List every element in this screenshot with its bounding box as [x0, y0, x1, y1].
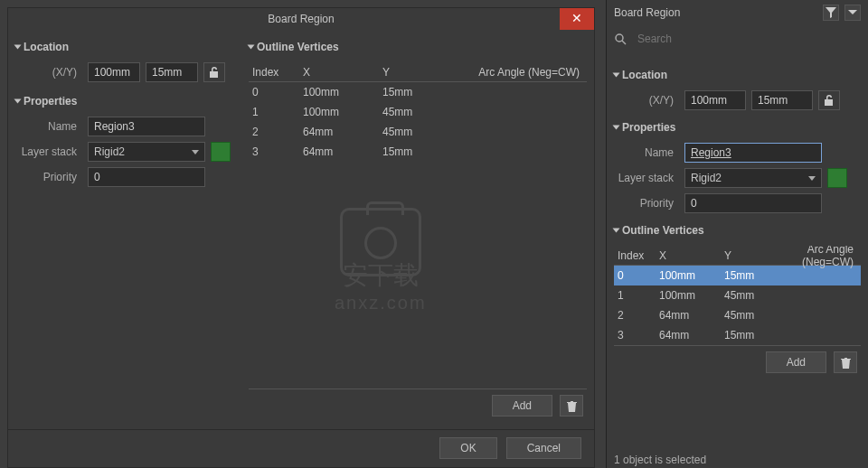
xy-label: (X/Y)	[15, 66, 82, 79]
ok-button[interactable]: OK	[439, 437, 496, 459]
panel-location-header[interactable]: Location	[614, 65, 861, 85]
close-button[interactable]: ✕	[560, 8, 594, 30]
svg-point-0	[616, 34, 623, 42]
location-y-input[interactable]	[146, 62, 198, 82]
panel-vertices-header[interactable]: Outline Vertices	[614, 220, 861, 240]
board-region-dialog: Board Region ✕ Location (X/Y) Properties	[7, 7, 595, 468]
location-x-input[interactable]	[88, 62, 140, 82]
status-bar: 1 object is selected	[614, 454, 706, 466]
vertices-table: Index X Y Arc Angle (Neg=CW) 0100mm15mm1…	[249, 62, 587, 388]
panel-title: Board Region	[614, 6, 680, 19]
vertices-label: Outline Vertices	[257, 41, 339, 53]
panel-vertices-table: Index X Y Arc Angle (Neg=CW) 0100mm15mm1…	[614, 246, 861, 345]
caret-icon	[613, 229, 620, 233]
panel-delete-vertex-button[interactable]	[834, 351, 857, 373]
panel-add-vertex-button[interactable]: Add	[766, 351, 826, 373]
layerstack-label: Layer stack	[15, 145, 82, 158]
layerstack-select[interactable]: Rigid2	[88, 142, 205, 162]
chevron-down-icon	[192, 150, 199, 154]
filter-icon	[826, 7, 836, 18]
caret-icon	[613, 73, 620, 78]
lock-button[interactable]	[203, 62, 225, 82]
location-label: Location	[24, 41, 69, 53]
name-label: Name	[15, 120, 82, 133]
filter-button[interactable]	[823, 5, 839, 21]
search-input[interactable]	[632, 29, 861, 49]
dialog-titlebar: Board Region ✕	[8, 8, 594, 30]
table-row[interactable]: 364mm15mm	[249, 142, 587, 162]
table-row[interactable]: 1100mm45mm	[614, 285, 861, 305]
col-x[interactable]: X	[303, 66, 382, 79]
name-input[interactable]	[88, 117, 205, 136]
table-row[interactable]: 364mm15mm	[614, 325, 861, 345]
dialog-title: Board Region	[268, 13, 334, 25]
panel-priority-input[interactable]	[684, 193, 822, 213]
add-vertex-button[interactable]: Add	[492, 395, 552, 417]
vertices-table-header: Index X Y Arc Angle (Neg=CW)	[249, 62, 587, 82]
chevron-down-icon	[848, 8, 857, 17]
priority-input[interactable]	[88, 167, 205, 187]
cancel-button[interactable]: Cancel	[506, 437, 581, 459]
unlock-icon	[209, 66, 220, 79]
panel-properties-header[interactable]: Properties	[614, 117, 861, 137]
layerstack-value: Rigid2	[94, 145, 125, 158]
panel-location-y-input[interactable]	[751, 90, 813, 110]
table-row[interactable]: 0100mm15mm	[614, 266, 861, 285]
panel-titlebar: Board Region	[607, 0, 868, 25]
table-row[interactable]: 1100mm45mm	[249, 102, 587, 122]
properties-label: Properties	[24, 95, 77, 108]
caret-icon	[248, 45, 255, 50]
panel-name-input[interactable]	[684, 143, 822, 163]
properties-panel: Board Region Location (X/Y)	[606, 0, 868, 468]
col-arc[interactable]: Arc Angle (Neg=CW)	[462, 66, 587, 79]
col-y[interactable]: Y	[382, 66, 462, 79]
table-row[interactable]: 264mm45mm	[614, 305, 861, 325]
table-row[interactable]: 264mm45mm	[249, 122, 587, 142]
caret-icon	[14, 99, 22, 104]
search-row	[607, 25, 868, 52]
priority-label: Priority	[15, 171, 82, 183]
location-section-header[interactable]: Location	[15, 37, 234, 57]
vertices-section-header[interactable]: Outline Vertices	[249, 37, 587, 57]
panel-location-x-input[interactable]	[684, 90, 746, 110]
table-row[interactable]: 0100mm15mm	[249, 82, 587, 102]
chevron-down-icon	[808, 176, 816, 181]
search-icon	[614, 33, 627, 45]
panel-layerstack-select[interactable]: Rigid2	[684, 168, 822, 188]
caret-icon	[613, 126, 620, 130]
panel-layerstack-action-button[interactable]	[827, 168, 847, 188]
trash-icon	[841, 357, 851, 369]
panel-xy-label: (X/Y)	[614, 94, 679, 107]
properties-section-header[interactable]: Properties	[15, 91, 234, 111]
panel-menu-button[interactable]	[844, 5, 861, 21]
unlock-icon	[824, 94, 835, 107]
col-index[interactable]: Index	[252, 66, 303, 79]
trash-icon	[567, 400, 577, 412]
delete-vertex-button[interactable]	[560, 395, 583, 417]
panel-lock-button[interactable]	[818, 90, 840, 110]
layerstack-action-button[interactable]	[211, 142, 231, 162]
caret-icon	[14, 45, 22, 50]
